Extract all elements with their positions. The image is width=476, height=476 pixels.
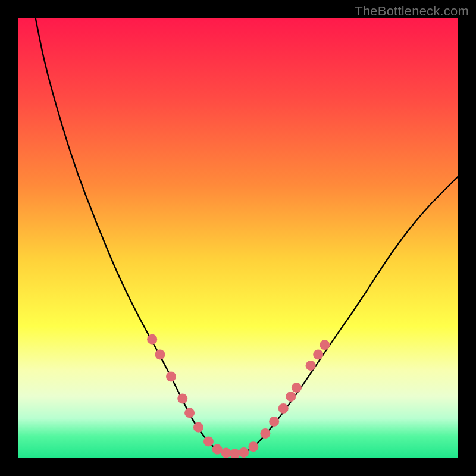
marker-dot bbox=[184, 408, 195, 418]
marker-dot bbox=[306, 361, 316, 371]
marker-dot bbox=[177, 394, 187, 404]
plot-area bbox=[18, 18, 458, 458]
bottleneck-curve bbox=[36, 18, 458, 453]
marker-dot bbox=[278, 403, 289, 414]
marker-dot bbox=[147, 334, 157, 345]
marker-dot bbox=[320, 340, 330, 350]
marker-dot bbox=[203, 436, 214, 446]
curve-layer bbox=[18, 18, 458, 458]
marker-dot bbox=[230, 449, 240, 458]
marker-dot bbox=[269, 416, 279, 427]
marker-dot bbox=[193, 422, 203, 433]
marker-dot bbox=[166, 372, 176, 382]
marker-dot bbox=[212, 444, 223, 455]
marker-dots bbox=[147, 334, 330, 458]
marker-dot bbox=[313, 350, 323, 360]
marker-dot bbox=[260, 428, 270, 439]
watermark-text: TheBottleneck.com bbox=[355, 4, 469, 19]
marker-dot bbox=[292, 383, 302, 393]
marker-dot bbox=[239, 447, 249, 458]
chart-stage: TheBottleneck.com bbox=[0, 0, 476, 476]
marker-dot bbox=[248, 441, 258, 452]
marker-dot bbox=[155, 350, 165, 360]
marker-dot bbox=[286, 392, 296, 402]
marker-dot bbox=[221, 448, 231, 458]
